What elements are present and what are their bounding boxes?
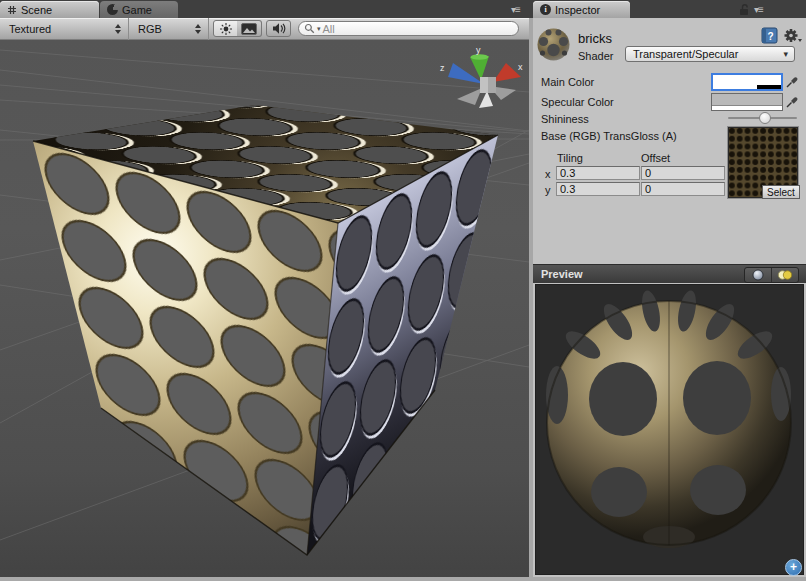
tiling-x-field[interactable] — [556, 166, 640, 180]
tab-game-label: Game — [122, 4, 152, 16]
tab-inspector-label: Inspector — [555, 4, 600, 16]
gizmo-x-axis[interactable] — [493, 63, 521, 82]
scene-toolbar: Textured RGB — [0, 18, 529, 40]
two-lights-icon — [777, 269, 793, 281]
tab-strip: Scene Game ▾≡ i Inspector ▾≡ — [0, 0, 806, 18]
shininess-label: Shininess — [541, 113, 589, 125]
inspector-panel-menu-icon[interactable]: ▾≡ — [754, 4, 763, 15]
scene-search-field[interactable]: ▾ All — [298, 21, 519, 36]
scene-render: y x z — [0, 40, 529, 577]
tiling-header: Tiling — [557, 152, 583, 164]
main-color-swatch[interactable] — [711, 73, 783, 91]
offset-x-field[interactable] — [641, 166, 725, 180]
tab-game[interactable]: Game — [100, 1, 178, 18]
preview-viewport[interactable] — [535, 284, 804, 575]
scene-audio-toggle[interactable] — [266, 20, 291, 37]
tab-scene[interactable]: Scene — [0, 1, 99, 18]
sphere-icon — [752, 269, 764, 281]
unity-editor-window: Scene Game ▾≡ i Inspector ▾≡ Textured RG… — [0, 0, 806, 581]
search-scope-text: All — [323, 23, 335, 35]
preview-controls — [744, 267, 799, 283]
preview-render — [536, 285, 803, 574]
slider-thumb[interactable] — [759, 112, 771, 124]
gizmo-neg-axis[interactable] — [457, 88, 482, 105]
main-color-alpha-bar — [713, 85, 781, 89]
draw-mode-value: Textured — [9, 23, 51, 35]
main-color-label: Main Color — [541, 76, 594, 88]
speaker-icon — [272, 22, 286, 35]
gear-menu-icon[interactable] — [783, 27, 803, 44]
inspector-info-icon: i — [540, 4, 551, 15]
tiling-x-row-label: x — [545, 168, 551, 180]
lock-icon[interactable] — [738, 3, 750, 16]
material-name: bricks — [578, 31, 612, 46]
specular-color-alpha-bar — [712, 105, 782, 110]
scene-effects-toggle[interactable] — [237, 20, 262, 37]
scene-panel-menu-icon[interactable]: ▾≡ — [511, 4, 520, 15]
material-sphere-thumbnail[interactable] — [536, 27, 571, 62]
offset-header: Offset — [641, 152, 670, 164]
tab-inspector[interactable]: i Inspector — [533, 1, 630, 18]
render-channel-dropdown[interactable]: RGB — [129, 18, 209, 40]
search-filter-caret-icon[interactable]: ▾ — [317, 25, 321, 33]
game-pacman-icon — [107, 4, 118, 15]
shader-label: Shader — [578, 50, 613, 62]
preview-title: Preview — [541, 268, 583, 280]
inspector-panel: bricks Shader Transparent/Specular ▾ ? M… — [533, 18, 806, 577]
dropdown-caret-icon: ▾ — [783, 49, 788, 59]
eyedropper-icon[interactable] — [785, 75, 799, 89]
window-bottom-frame — [0, 577, 806, 581]
updown-arrows-icon — [115, 24, 121, 34]
svg-text:?: ? — [767, 31, 773, 42]
scene-grid-icon — [7, 5, 17, 15]
gizmo-neg-axis[interactable] — [479, 91, 493, 108]
render-channel-value: RGB — [138, 23, 162, 35]
specular-color-swatch[interactable] — [711, 93, 783, 111]
scene-viewport[interactable]: y x z — [0, 40, 529, 577]
preview-shape-button[interactable] — [745, 268, 771, 282]
shader-value: Transparent/Specular — [633, 48, 738, 60]
search-icon — [304, 23, 315, 34]
preview-lighting-button[interactable] — [771, 268, 798, 282]
offset-y-field[interactable] — [641, 182, 725, 196]
tab-scene-label: Scene — [21, 4, 52, 16]
image-icon — [241, 23, 257, 35]
shader-dropdown[interactable]: Transparent/Specular ▾ — [625, 46, 795, 62]
draw-mode-dropdown[interactable]: Textured — [0, 18, 129, 40]
textured-cube[interactable] — [33, 105, 498, 555]
sun-icon — [219, 22, 233, 36]
gizmo-x-label: x — [518, 62, 523, 72]
texture-select-button[interactable]: Select — [762, 185, 800, 199]
orientation-gizmo[interactable]: y x z — [440, 45, 523, 108]
preview-header[interactable]: Preview — [533, 264, 806, 283]
eyedropper-icon[interactable] — [785, 95, 799, 109]
tiling-y-field[interactable] — [556, 182, 640, 196]
gizmo-z-label: z — [440, 63, 445, 73]
scene-lighting-toggle[interactable] — [213, 20, 238, 37]
gizmo-y-label: y — [476, 45, 481, 55]
preview-zoom-plus-button[interactable]: + — [785, 559, 802, 576]
shininess-slider[interactable] — [728, 111, 797, 124]
specular-color-label: Specular Color — [541, 96, 614, 108]
tiling-y-row-label: y — [545, 184, 551, 196]
help-book-icon[interactable]: ? — [761, 27, 778, 44]
updown-arrows-icon — [195, 24, 201, 34]
base-map-label: Base (RGB) TransGloss (A) — [541, 130, 677, 142]
